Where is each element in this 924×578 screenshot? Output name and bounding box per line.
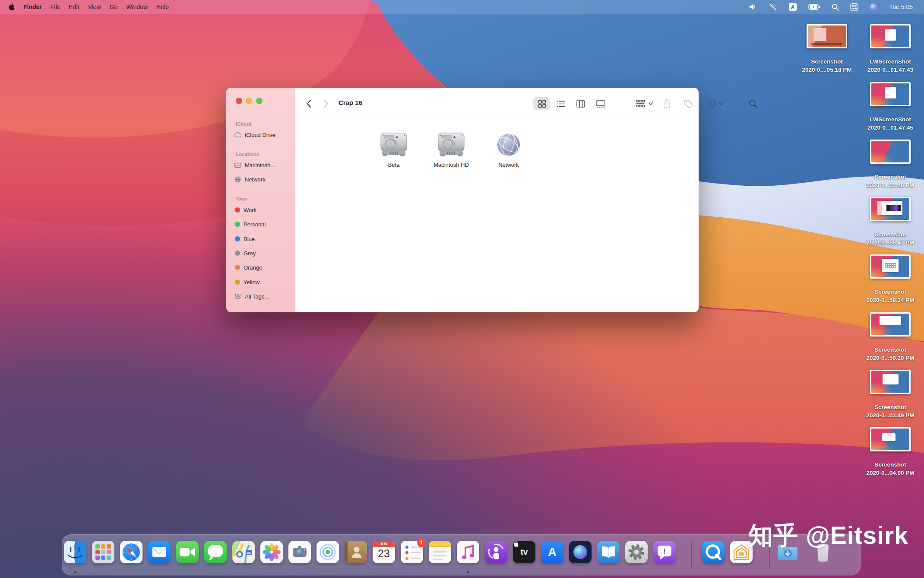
volume-icon[interactable]	[749, 3, 757, 10]
group-by-button[interactable]	[633, 97, 655, 110]
file-item-beta[interactable]: Beta	[368, 130, 420, 168]
screenshot-thumbnail	[870, 24, 911, 48]
dock-music-icon[interactable]	[457, 541, 479, 563]
finder-window: iCloud iCloud Drive Locations Macintosh.…	[226, 88, 699, 312]
sidebar-item-all-tags[interactable]: All Tags...	[234, 291, 290, 302]
apple-menu-icon[interactable]	[8, 3, 15, 11]
search-icon[interactable]	[747, 97, 759, 110]
desktop-icon[interactable]: Screenshot2020-0...58.34 PM	[858, 254, 923, 304]
more-actions-button[interactable]	[704, 97, 726, 110]
sidebar-item-tag-work[interactable]: Work	[234, 204, 290, 216]
dock-feedback-assistant-icon[interactable]: !	[653, 541, 676, 563]
input-source-icon[interactable]: A	[788, 3, 797, 11]
desktop-icon-label: 2020-0...04.00 PM	[858, 469, 923, 477]
desktop-icon[interactable]: LWScreenShot2020-0...01.47.45	[858, 82, 923, 132]
desktop-icon[interactable]: Screenshot2020-0...03.49 PM	[858, 370, 923, 419]
desktop-icon-label: 2020-0...55.48 PM	[858, 181, 923, 189]
desktop-icon-label: LWScreenShot	[858, 57, 923, 66]
menu-item-file[interactable]: File	[51, 3, 60, 10]
file-item-macintosh-hd[interactable]: Macintosh HD	[425, 130, 477, 168]
dock-reminders-icon[interactable]: 1	[401, 541, 423, 563]
menu-item-view[interactable]: View	[88, 3, 101, 10]
dock-calendar-icon[interactable]: JUN 23	[373, 541, 395, 563]
close-button[interactable]	[236, 98, 242, 104]
dock-notes-icon[interactable]	[429, 541, 451, 563]
dock-books-icon[interactable]	[597, 541, 620, 563]
spotlight-icon[interactable]	[832, 3, 839, 11]
wifi-off-icon[interactable]	[769, 3, 777, 10]
menu-item-go[interactable]: Go	[110, 3, 118, 10]
tag-dot-yellow	[235, 279, 240, 285]
cloud-icon	[234, 131, 241, 139]
desktop-icon[interactable]: Screenshot2020-0...56.47 PM	[858, 197, 923, 247]
dock-launchpad-icon[interactable]	[92, 541, 114, 563]
share-icon[interactable]	[661, 97, 673, 110]
sidebar-item-label: Grey	[244, 250, 256, 257]
sidebar-item-tag-yellow[interactable]: Yellow	[234, 276, 290, 288]
desktop-icon[interactable]: Screenshot2020-0....05.18 PM	[794, 24, 859, 74]
sidebar-item-network[interactable]: Network	[234, 174, 290, 185]
view-columns-button[interactable]	[572, 97, 589, 110]
dock-finder-icon[interactable]	[64, 541, 86, 563]
desktop-icon[interactable]: Screenshot2020-0...55.48 PM	[858, 140, 923, 189]
desktop-icon[interactable]: Screenshot2020-0...04.00 PM	[858, 427, 923, 477]
screenshot-thumbnail	[870, 427, 911, 451]
sidebar-item-label: Network	[245, 176, 266, 183]
desktop-icon-label: Screenshot	[794, 57, 859, 66]
hard-drive-icon	[368, 130, 420, 157]
desktop-icon-label: Screenshot	[858, 460, 923, 469]
dock-quicktime-icon[interactable]	[702, 541, 725, 563]
desktop-icon[interactable]: LWScreenShot2020-0...01.47.43	[858, 24, 923, 74]
file-item-label: Network	[483, 162, 535, 168]
dock-mail-icon[interactable]	[148, 541, 171, 563]
window-content: Beta Macintosh HD	[295, 120, 699, 312]
view-gallery-button[interactable]	[592, 97, 609, 110]
desktop-icon-label: Screenshot	[858, 230, 923, 238]
sidebar-item-icloud-drive[interactable]: iCloud Drive	[234, 129, 290, 140]
desktop-icon[interactable]: Screenshot2020-0...59.20 PM	[858, 312, 923, 362]
back-button[interactable]	[303, 98, 314, 109]
dock-app-store-icon[interactable]: A	[541, 541, 563, 563]
screenshot-thumbnail	[870, 370, 911, 394]
dock-photo-booth-icon[interactable]	[288, 541, 311, 563]
sidebar-item-tag-orange[interactable]: Orange	[234, 262, 290, 273]
reminders-badge: 1	[417, 538, 426, 547]
sidebar-item-macintosh[interactable]: Macintosh...	[234, 159, 290, 171]
dock-maps-icon[interactable]: 280	[232, 541, 255, 563]
minimize-button[interactable]	[246, 98, 252, 104]
forward-button[interactable]	[320, 98, 332, 109]
calendar-month: JUN	[373, 541, 395, 547]
dock-contacts-icon[interactable]	[345, 541, 367, 563]
siri-menu-icon[interactable]	[870, 3, 878, 11]
control-center-icon[interactable]	[850, 3, 858, 11]
sidebar-item-tag-blue[interactable]: Blue	[234, 233, 290, 245]
menu-item-finder[interactable]: Finder	[23, 3, 42, 10]
zoom-button[interactable]	[256, 98, 263, 104]
battery-charging-icon[interactable]	[808, 4, 820, 10]
sidebar-item-tag-grey[interactable]: Grey	[234, 248, 290, 259]
dock-photos-icon[interactable]	[260, 541, 283, 563]
dock-find-my-icon[interactable]	[316, 541, 339, 563]
sidebar-section-header: iCloud	[236, 121, 251, 127]
menu-bar-clock[interactable]: Tue 5:05	[889, 3, 913, 10]
tag-icon[interactable]	[682, 97, 694, 110]
tag-dot-grey	[235, 251, 240, 256]
file-item-network[interactable]: Network	[483, 130, 535, 168]
view-icons-button[interactable]	[533, 97, 551, 110]
screenshot-thumbnail	[870, 197, 911, 221]
menu-item-help[interactable]: Help	[156, 3, 169, 10]
dock-podcasts-icon[interactable]	[485, 541, 507, 563]
sidebar-item-label: Yellow	[244, 279, 259, 286]
menu-item-edit[interactable]: Edit	[69, 3, 79, 10]
dock-tv-icon[interactable]: tv	[513, 541, 535, 563]
dock-facetime-icon[interactable]	[176, 541, 199, 563]
menu-item-window[interactable]: Window	[126, 3, 148, 10]
desktop-icon-label: 2020-0...56.47 PM	[858, 238, 923, 247]
dock-system-preferences-icon[interactable]	[625, 541, 648, 563]
dock-safari-icon[interactable]	[120, 541, 142, 563]
dock-siri-icon[interactable]	[569, 541, 592, 563]
desktop-icon-label: 2020-0...03.49 PM	[858, 411, 923, 419]
dock-messages-icon[interactable]	[204, 541, 227, 563]
sidebar-item-tag-personal[interactable]: Personal	[234, 219, 290, 230]
view-list-button[interactable]	[552, 97, 570, 110]
